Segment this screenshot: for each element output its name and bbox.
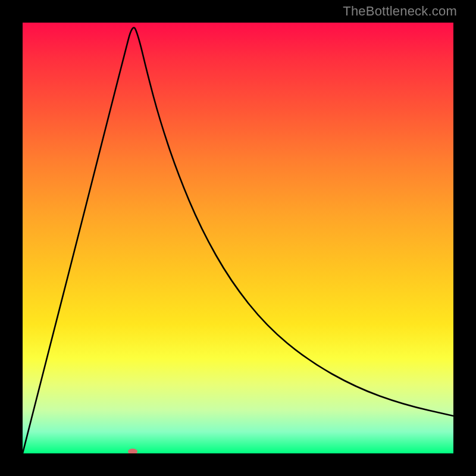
bottleneck-curve-svg — [23, 23, 453, 453]
minimum-marker — [128, 449, 137, 453]
plot-area — [23, 23, 453, 453]
watermark-text: TheBottleneck.com — [343, 4, 457, 19]
bottleneck-curve — [23, 27, 453, 453]
chart-frame: TheBottleneck.com — [0, 0, 476, 476]
